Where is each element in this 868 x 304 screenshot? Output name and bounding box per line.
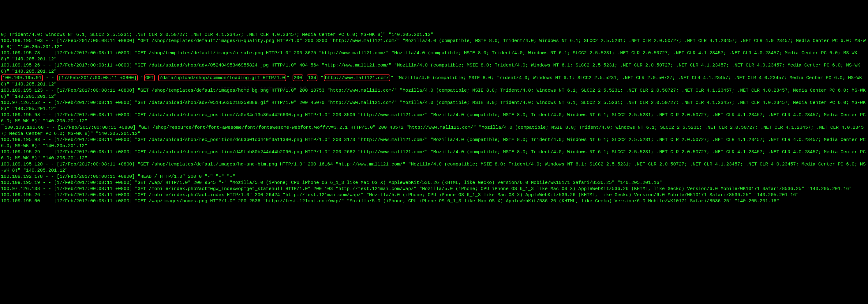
- terminal-output[interactable]: 0; Trident/4.0; Windows NT 6.1; SLCC2 2.…: [0, 31, 868, 205]
- log-text: 100.109.195.120 - - [17/Feb/2017:00:08:1…: [1, 162, 866, 173]
- log-line[interactable]: 100.109.195.29 - - [17/Feb/2017:00:08:11…: [1, 149, 867, 161]
- log-quote: ": [391, 75, 393, 81]
- log-text: 100.109.195.68 - - [17/Feb/2017:00:08:11…: [1, 125, 864, 136]
- log-text: 100.109.192.178 - - [17/Feb/2017:00:08:1…: [1, 174, 235, 179]
- log-line[interactable]: 100.109.195.26 - - [17/Feb/2017:00:08:11…: [1, 62, 867, 75]
- log-field-ip: 100.109.195.91: [1, 75, 43, 81]
- log-text: 100.109.195.26 - - [17/Feb/2017:00:08:11…: [1, 192, 799, 198]
- log-text: 100.109.195.78 - - [17/Feb/2017:00:08:11…: [1, 50, 860, 62]
- log-line[interactable]: 100.109.195.93 - - [17/Feb/2017:00:08:11…: [1, 137, 867, 149]
- log-text: 100.109.195.29 - - [17/Feb/2017:00:08:11…: [1, 149, 868, 161]
- log-line[interactable]: 100.109.195.19 - - [17/Feb/2017:00:08:11…: [1, 179, 867, 186]
- log-text: 0; Trident/4.0; Windows NT 6.1; SLCC2 2.…: [1, 32, 433, 37]
- log-line[interactable]: 100.109.195.60 - - [17/Feb/2017:00:08:11…: [1, 198, 867, 204]
- log-line[interactable]: 100.109.195.120 - - [17/Feb/2017:00:08:1…: [1, 161, 867, 173]
- log-line[interactable]: 0; Trident/4.0; Windows NT 6.1; SLCC2 2.…: [1, 32, 867, 38]
- log-text: 100.109.195.26 - - [17/Feb/2017:00:08:11…: [1, 62, 863, 74]
- log-text: 100.109.195.123 - - [17/Feb/2017:00:08:1…: [1, 88, 868, 99]
- log-field-status: 200: [292, 75, 303, 81]
- log-field-referer: http://www.mall121.com/: [324, 75, 391, 81]
- log-text: 100.97.126.138 - - [17/Feb/2017:00:08:11…: [1, 186, 852, 192]
- log-text: 100.109.195.60 - - [17/Feb/2017:00:08:11…: [1, 198, 779, 204]
- log-sep: [155, 75, 158, 81]
- log-line[interactable]: 100.109.195.123 - - [17/Feb/2017:00:08:1…: [1, 87, 867, 100]
- log-line[interactable]: 100.109.195.98 - - [17/Feb/2017:00:08:11…: [1, 112, 867, 124]
- log-quote: ": [141, 75, 144, 81]
- log-line[interactable]: 100.97.126.152 - - [17/Feb/2017:00:08:11…: [1, 100, 867, 112]
- log-line[interactable]: 100.109.192.178 - - [17/Feb/2017:00:08:1…: [1, 173, 867, 179]
- log-line[interactable]: 100.97.126.138 - - [17/Feb/2017:00:08:11…: [1, 186, 867, 192]
- log-text: 100.97.126.152 - - [17/Feb/2017:00:08:11…: [1, 100, 868, 112]
- log-field-request: /data/upload/shop/common/loading.gif HTT…: [158, 75, 286, 81]
- log-quote: ": [286, 75, 289, 81]
- terminal-cursor-icon: [1, 124, 4, 129]
- log-field-bytes: 134: [307, 75, 317, 81]
- log-sep: [289, 75, 292, 81]
- log-line[interactable]: 100.109.195.78 - - [17/Feb/2017:00:08:11…: [1, 50, 867, 62]
- log-sep: [138, 75, 141, 81]
- log-text: 100.109.195.103 - - [17/Feb/2017:00:08:1…: [1, 38, 866, 50]
- log-field-method: GET: [144, 75, 155, 81]
- log-field-timestamp: [17/Feb/2017:00:08:11 +0800]: [57, 75, 138, 81]
- log-text: 100.109.195.98 - - [17/Feb/2017:00:08:11…: [1, 112, 868, 124]
- log-sep: - -: [43, 75, 57, 81]
- log-sep: [304, 75, 306, 81]
- log-line[interactable]: 100.109.195.103 - - [17/Feb/2017:00:08:1…: [1, 38, 867, 50]
- log-line[interactable]: 100.109.195.68 - - [17/Feb/2017:00:08:11…: [1, 124, 867, 137]
- log-line[interactable]: 100.109.195.26 - - [17/Feb/2017:00:08:11…: [1, 192, 867, 198]
- log-quote: ": [320, 75, 323, 81]
- log-text: 100.109.195.19 - - [17/Feb/2017:00:08:11…: [1, 180, 662, 186]
- log-line-highlighted[interactable]: 100.109.195.91 - - [17/Feb/2017:00:08:11…: [1, 75, 867, 87]
- log-text: 100.109.195.93 - - [17/Feb/2017:00:08:11…: [1, 137, 868, 149]
